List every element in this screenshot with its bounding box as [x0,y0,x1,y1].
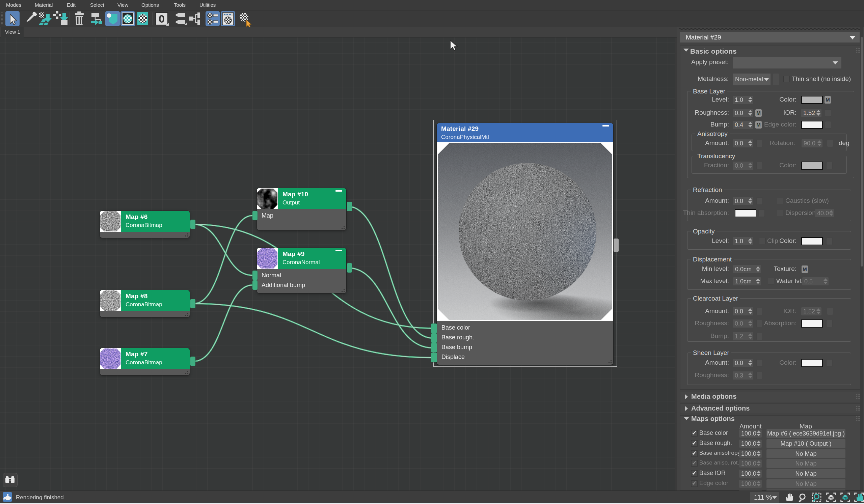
svg-text:111 %: 111 % [754,493,772,501]
svg-text:Rendering finished: Rendering finished [16,494,64,501]
svg-text:0: 0 [159,13,165,25]
